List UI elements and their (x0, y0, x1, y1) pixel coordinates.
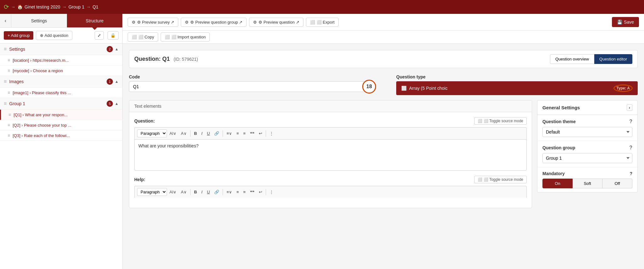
mandatory-off-button[interactable]: Off (602, 179, 632, 188)
sidebar-section-images[interactable]: ≡ Images 1 ▲ (0, 76, 122, 88)
list-item[interactable]: ≡ [location] › https://research.m... (0, 55, 122, 66)
mandatory-label: Mandatory ? (542, 171, 632, 176)
text-elements-header: Text elements (129, 100, 532, 112)
mandatory-on-button[interactable]: On (542, 179, 573, 188)
list-item[interactable]: ≡ [Q1] › What are your respon... (0, 110, 122, 120)
quote-button[interactable]: ❝❝ (248, 130, 256, 137)
preview-question-group-button[interactable]: ⚙ ⚙ Preview question group ↗ (181, 18, 247, 27)
expand-icon[interactable]: ⤢ (95, 31, 104, 40)
images-badge: 1 (107, 78, 113, 85)
sidebar-item-label: [image1] › Please classify this ... (13, 90, 71, 95)
array-icon: ⬜ (401, 86, 407, 91)
unordered-list-button[interactable]: ≡ (235, 130, 241, 137)
logo-icon[interactable]: ⟳ (4, 3, 9, 11)
ordered-list-button-help[interactable]: ≡ (242, 188, 248, 196)
bold-button-help[interactable]: B (192, 188, 199, 196)
breadcrumb-survey[interactable]: Ginet testing 2020 (25, 4, 60, 9)
drag-handle: ≡ (8, 133, 10, 138)
list-item[interactable]: ≡ [Q3] › Rate each of the followi... (0, 130, 122, 141)
tab-question-editor[interactable]: Question editor (594, 54, 632, 64)
bold-button[interactable]: B (192, 130, 199, 137)
sidebar-tab-structure[interactable]: Structure (67, 14, 122, 27)
export-button[interactable]: ⬜ ⬜ Export (306, 18, 339, 27)
sidebar-section-group1[interactable]: ≡ Group 1 5 ▲ (0, 98, 122, 110)
import-question-button[interactable]: ⬜ ⬜ Import question (161, 32, 210, 42)
code-qtype-row: Code 18 Question type ⬜ Array (5 Point c… (129, 74, 638, 95)
content-area: Question: Q1 (ID: 579621) Question overv… (123, 44, 644, 220)
general-settings-expand-button[interactable]: › (627, 104, 632, 111)
underline-button-help[interactable]: U (205, 188, 212, 196)
italic-button-help[interactable]: I (199, 188, 204, 196)
save-button[interactable]: 💾 Save (612, 17, 639, 27)
paragraph-select-help[interactable]: Paragraph (137, 188, 167, 196)
undo-button-help[interactable]: ↩ (257, 188, 264, 196)
question-group-help-icon[interactable]: ? (629, 145, 632, 151)
quote-button-help[interactable]: ❝❝ (248, 188, 256, 196)
align-button-help[interactable]: ≡∨ (225, 188, 234, 196)
question-editor-content[interactable]: What are your responsibilities? (134, 139, 527, 171)
import-icon: ⬜ (165, 35, 170, 39)
font-color-btn[interactable]: A∨ (179, 130, 189, 137)
preview-question-button[interactable]: ⚙ ⚙ Preview question ↗ (249, 18, 303, 27)
group1-badge: 5 (107, 100, 113, 107)
list-item[interactable]: ≡ [mycode] › Choose a region (0, 66, 122, 76)
copy-button[interactable]: ⬜ ⬜ Copy (128, 32, 158, 42)
question-theme-help-icon[interactable]: ? (629, 119, 632, 124)
toggle-source-icon-help: ⬜ (478, 177, 482, 182)
breadcrumb-question[interactable]: Q1 (92, 4, 98, 9)
drag-handle: ≡ (8, 123, 10, 128)
code-input[interactable] (129, 81, 370, 92)
toggle-source-mode-help-button[interactable]: ⬜ ⬜ Toggle source mode (474, 176, 527, 183)
question-theme-label: Question theme ? (542, 119, 632, 124)
home-icon: 🏠 (17, 4, 23, 9)
sidebar-tab-settings[interactable]: Settings (11, 14, 67, 27)
more-button[interactable]: ⋮ (268, 130, 275, 137)
question-group-select[interactable]: Group 1 (542, 153, 632, 163)
ordered-list-button[interactable]: ≡ (242, 130, 248, 137)
sidebar-back-button[interactable]: ‹ (0, 14, 11, 27)
sidebar-item-label: [Q2] › Please choose your top ... (13, 123, 71, 128)
link-button[interactable]: 🔗 (212, 130, 221, 137)
qtype-button[interactable]: ⬜ Array (5 Point choic Type: A (396, 81, 638, 95)
sep1 (190, 130, 191, 137)
list-item[interactable]: ≡ [Q2] › Please choose your top ... (0, 120, 122, 130)
drag-handle: ≡ (8, 112, 11, 117)
link-button-help[interactable]: 🔗 (212, 188, 221, 196)
font-size-btn[interactable]: AI∨ (168, 130, 178, 137)
sidebar-item-label: [Q1] › What are your respon... (14, 112, 68, 117)
tab-question-overview[interactable]: Question overview (550, 54, 594, 64)
toggle-source-mode-button[interactable]: ⬜ ⬜ Toggle source mode (474, 117, 527, 125)
font-size-btn-help[interactable]: AI∨ (168, 188, 178, 196)
gear-icon-question: ⚙ (253, 20, 257, 25)
italic-button[interactable]: I (199, 130, 204, 137)
unordered-list-button-help[interactable]: ≡ (235, 188, 241, 196)
mandatory-soft-button[interactable]: Soft (573, 179, 602, 188)
settings-chevron: ▲ (115, 47, 119, 51)
mandatory-row: Mandatory ? On Soft Off (537, 167, 637, 192)
breadcrumb-group[interactable]: Group 1 (69, 4, 85, 9)
add-group-button[interactable]: + Add group (4, 31, 33, 40)
qtype-badge: Type: A (613, 84, 633, 92)
font-color-btn-help[interactable]: A∨ (179, 188, 189, 196)
undo-button[interactable]: ↩ (257, 130, 264, 137)
mandatory-buttons: On Soft Off (542, 179, 632, 188)
main-column: Text elements Question: ⬜ ⬜ Toggle sourc… (129, 100, 532, 213)
lock-icon[interactable]: 🔒 (108, 31, 119, 40)
paragraph-select[interactable]: Paragraph (137, 129, 167, 137)
more-button-help[interactable]: ⋮ (268, 188, 275, 196)
align-button[interactable]: ≡∨ (225, 130, 234, 137)
add-question-button[interactable]: ⊕ Add question (36, 31, 72, 40)
editor-toolbar-help: Paragraph AI∨ A∨ B I U 🔗 (134, 186, 527, 198)
sidebar-item-label: [Q3] › Rate each of the followi... (13, 133, 70, 138)
question-theme-select[interactable]: Default (542, 127, 632, 137)
general-settings-header: General Settings › (537, 100, 637, 115)
preview-survey-button[interactable]: ⚙ ⚙ Preview survey ↗ (128, 18, 178, 27)
list-item[interactable]: ≡ [image1] › Please classify this ... (0, 88, 122, 98)
question-theme-row: Question theme ? Default (537, 115, 637, 141)
question-group-row: Question group ? Group 1 (537, 141, 637, 167)
question-tabs: Question overview Question editor (550, 54, 632, 64)
mandatory-help-icon[interactable]: ? (630, 171, 632, 176)
underline-button[interactable]: U (205, 130, 212, 137)
sidebar-section-settings[interactable]: ≡ Settings 2 ▲ (0, 43, 122, 55)
qtype-value: Array (5 Point choic (409, 86, 447, 91)
